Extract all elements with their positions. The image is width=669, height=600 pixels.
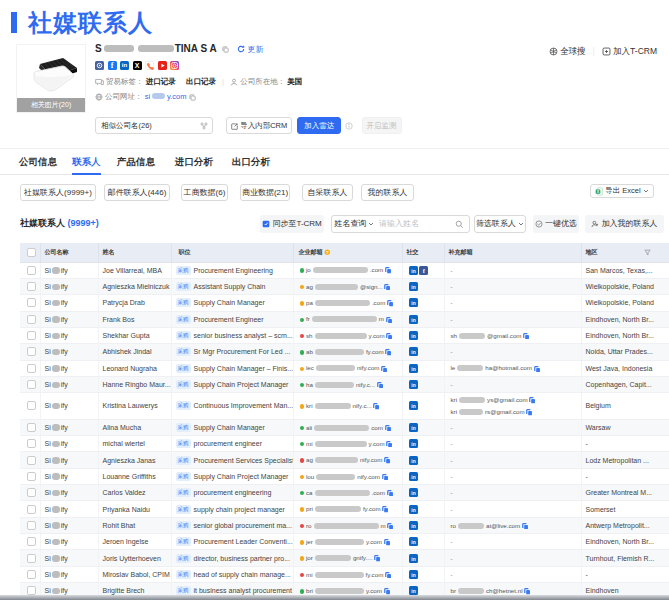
svg-text:in: in [411,268,415,273]
svg-text:in: in [411,540,415,545]
svg-text:in: in [411,334,415,339]
svg-text:in: in [411,523,415,528]
svg-text:in: in [411,556,415,561]
svg-text:in: in [411,285,415,290]
svg-text:in: in [411,458,415,463]
svg-text:in: in [411,425,415,430]
svg-text:in: in [411,317,415,322]
svg-text:in: in [411,572,415,577]
svg-text:in: in [411,507,415,512]
svg-text:in: in [411,442,415,447]
svg-text:in: in [411,301,415,306]
svg-text:in: in [411,383,415,388]
svg-text:in: in [411,366,415,371]
svg-text:in: in [411,491,415,496]
svg-text:in: in [411,404,415,409]
svg-text:in: in [411,350,415,355]
svg-text:?: ? [326,250,329,255]
svg-text:in: in [411,474,415,479]
svg-text:in: in [411,589,415,594]
